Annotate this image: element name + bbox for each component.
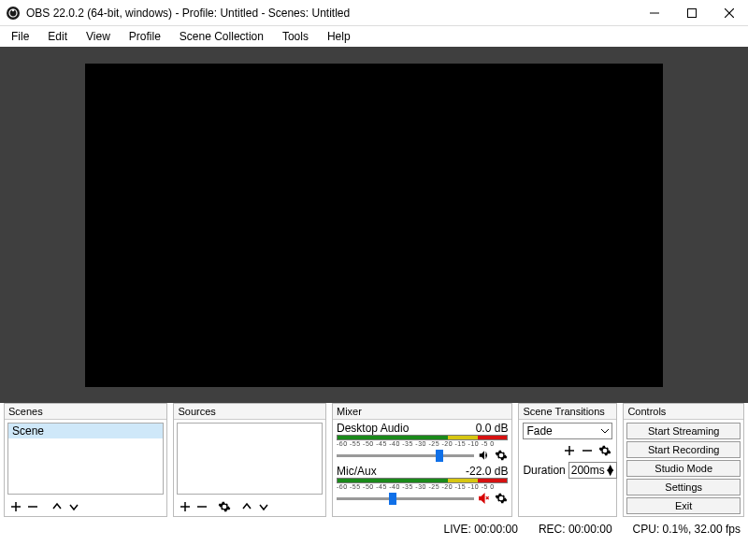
meter-ticks: -60 -55 -50 -45 -40 -35 -30 -25 -20 -15 … <box>337 483 508 491</box>
scenes-header: Scenes <box>5 404 166 420</box>
duration-value: 200ms <box>571 464 605 477</box>
source-down-button[interactable] <box>256 499 271 514</box>
menu-help[interactable]: Help <box>320 28 358 45</box>
controls-header: Controls <box>624 404 743 420</box>
audio-meter <box>337 478 508 483</box>
scene-remove-button[interactable] <box>25 499 40 514</box>
studio-mode-button[interactable]: Studio Mode <box>626 460 741 477</box>
source-settings-button[interactable] <box>217 499 232 514</box>
menu-view[interactable]: View <box>79 28 118 45</box>
mixer-dock: Mixer Desktop Audio0.0 dB -60 -55 -50 -4… <box>332 403 512 517</box>
preview-area <box>0 47 748 403</box>
status-rec: REC: 00:00:00 <box>539 523 612 536</box>
volume-slider[interactable] <box>337 497 474 500</box>
start-recording-button[interactable]: Start Recording <box>626 441 741 458</box>
transitions-dock: Scene Transitions Fade Duration 200ms ▲▼ <box>518 403 617 517</box>
mixer-header: Mixer <box>333 404 511 420</box>
menubar: File Edit View Profile Scene Collection … <box>0 26 748 47</box>
transition-settings-button[interactable] <box>597 443 612 458</box>
speaker-icon[interactable] <box>478 449 491 462</box>
svg-point-2 <box>12 8 14 10</box>
settings-button[interactable]: Settings <box>626 479 741 495</box>
scene-item[interactable]: Scene <box>8 424 163 438</box>
window-title: OBS 22.0.2 (64-bit, windows) - Profile: … <box>26 7 636 20</box>
channel-db: -22.0 dB <box>466 465 508 478</box>
maximize-button[interactable] <box>673 0 711 26</box>
svg-point-0 <box>7 7 20 20</box>
transitions-header: Scene Transitions <box>519 404 616 420</box>
volume-slider[interactable] <box>337 454 474 457</box>
mixer-channel-mic: Mic/Aux-22.0 dB -60 -55 -50 -45 -40 -35 … <box>337 465 508 506</box>
status-live: LIVE: 00:00:00 <box>443 523 517 536</box>
sources-list[interactable] <box>177 423 323 495</box>
menu-profile[interactable]: Profile <box>122 28 168 45</box>
menu-tools[interactable]: Tools <box>275 28 316 45</box>
chevron-down-icon <box>601 427 609 435</box>
transition-selected: Fade <box>526 424 552 438</box>
menu-file[interactable]: File <box>4 28 36 45</box>
audio-meter <box>337 435 508 440</box>
source-up-button[interactable] <box>239 499 254 514</box>
scenes-list[interactable]: Scene <box>7 423 164 495</box>
sources-dock: Sources <box>173 403 326 517</box>
spinner-down-icon[interactable]: ▼ <box>605 470 616 475</box>
channel-name: Mic/Aux <box>337 465 377 478</box>
close-button[interactable] <box>711 0 748 26</box>
titlebar: OBS 22.0.2 (64-bit, windows) - Profile: … <box>0 0 748 26</box>
duration-label: Duration <box>523 464 565 477</box>
speaker-muted-icon[interactable] <box>478 492 491 505</box>
statusbar: LIVE: 00:00:00 REC: 00:00:00 CPU: 0.1%, … <box>0 521 748 538</box>
channel-settings-icon[interactable] <box>495 449 508 462</box>
channel-name: Desktop Audio <box>337 422 409 435</box>
minimize-button[interactable] <box>636 0 673 26</box>
scenes-dock: Scenes Scene <box>4 403 167 517</box>
channel-settings-icon[interactable] <box>495 492 508 505</box>
sources-header: Sources <box>174 404 325 420</box>
duration-spinner[interactable]: 200ms ▲▼ <box>568 462 617 479</box>
transition-dropdown[interactable]: Fade <box>523 423 612 439</box>
scene-up-button[interactable] <box>50 499 65 514</box>
source-remove-button[interactable] <box>194 499 209 514</box>
scene-down-button[interactable] <box>66 499 81 514</box>
controls-dock: Controls Start Streaming Start Recording… <box>623 403 744 517</box>
preview-canvas[interactable] <box>85 64 663 387</box>
channel-db: 0.0 dB <box>476 422 509 435</box>
scene-add-button[interactable] <box>8 499 23 514</box>
svg-rect-4 <box>688 8 697 17</box>
menu-scene-collection[interactable]: Scene Collection <box>172 28 271 45</box>
menu-edit[interactable]: Edit <box>40 28 75 45</box>
status-cpu: CPU: 0.1%, 32.00 fps <box>633 523 741 536</box>
meter-ticks: -60 -55 -50 -45 -40 -35 -30 -25 -20 -15 … <box>337 440 508 448</box>
transition-add-button[interactable] <box>562 443 577 458</box>
exit-button[interactable]: Exit <box>626 497 741 514</box>
start-streaming-button[interactable]: Start Streaming <box>626 423 741 439</box>
mixer-channel-desktop: Desktop Audio0.0 dB -60 -55 -50 -45 -40 … <box>337 422 508 463</box>
source-add-button[interactable] <box>178 499 193 514</box>
transition-remove-button[interactable] <box>580 443 595 458</box>
obs-logo-icon <box>6 6 21 21</box>
